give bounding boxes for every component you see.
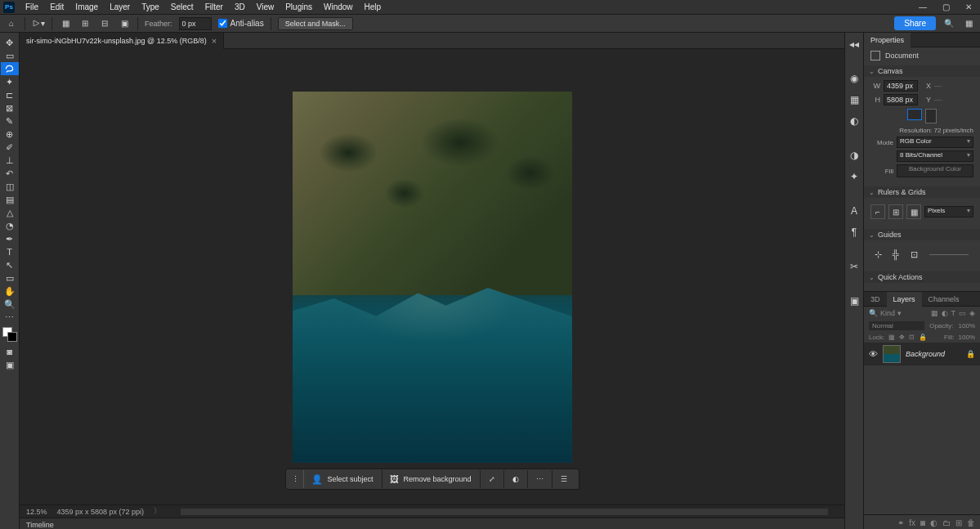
menu-image[interactable]: Image [69,2,104,11]
color-panel-icon[interactable]: ◉ [846,70,862,87]
ctx-properties-icon[interactable]: ☰ [553,470,575,488]
styles-panel-icon[interactable]: ✦ [846,168,862,185]
background-color[interactable] [7,332,17,342]
fill-background-button[interactable]: Background Color [897,164,973,177]
maximize-button[interactable]: ▢ [934,0,957,15]
menu-edit[interactable]: Edit [44,2,69,11]
eraser-tool[interactable]: ◫ [1,180,19,193]
menu-plugins[interactable]: Plugins [280,2,318,11]
stamp-tool[interactable]: ⊥ [1,154,19,167]
menu-type[interactable]: Type [136,2,165,11]
search-icon[interactable]: 🔍 [942,17,955,30]
swatches-panel-icon[interactable]: ▦ [846,92,862,108]
link-layers-icon[interactable]: ⚭ [897,518,904,527]
status-arrow-icon[interactable]: 〉 [154,506,161,517]
landscape-orientation-button[interactable] [925,109,937,123]
history-brush-tool[interactable]: ↶ [1,167,19,180]
gradients-panel-icon[interactable]: ◐ [846,113,862,129]
menu-window[interactable]: Window [318,2,359,11]
more-tools[interactable]: ⋯ [1,311,19,324]
menu-filter[interactable]: Filter [199,2,229,11]
guide-icon-2[interactable]: ╬ [888,247,903,262]
brush-tool[interactable]: ✐ [1,141,19,154]
shape-tool[interactable]: ▭ [1,271,19,285]
path-tool[interactable]: ↖ [1,258,19,271]
lock-icon[interactable]: 🔒 [966,350,975,358]
zoom-level[interactable]: 12.5% [26,508,47,516]
gradient-tool[interactable]: ▤ [1,193,19,206]
feather-input[interactable] [179,17,212,30]
guide-icon-3[interactable]: ⊡ [906,247,921,262]
healing-tool[interactable]: ⊕ [1,128,19,141]
grid-icon[interactable]: ⊞ [888,204,903,219]
rulers-section-header[interactable]: ⌄Rulers & Grids [864,186,980,198]
move-tool[interactable]: ✥ [1,36,19,49]
pen-tool[interactable]: ✒ [1,232,19,245]
hand-tool[interactable]: ✋ [1,285,19,298]
magic-wand-tool[interactable]: ✦ [1,75,19,88]
select-and-mask-button[interactable]: Select and Mask... [278,17,353,30]
share-button[interactable]: Share [894,16,936,30]
blur-tool[interactable]: △ [1,206,19,219]
lock-all-icon[interactable]: 🔒 [919,334,927,341]
menu-view[interactable]: View [251,2,280,11]
3d-tab[interactable]: 3D [864,292,887,307]
canvas-section-header[interactable]: ⌄Canvas [864,65,980,77]
subtract-selection-icon[interactable]: ⊟ [98,17,111,30]
lock-artboard-icon[interactable]: ⊡ [909,334,915,341]
layer-row-background[interactable]: 👁 Background 🔒 [864,343,980,365]
opacity-value[interactable]: 100% [959,322,975,330]
timeline-panel-tab[interactable]: Timeline [20,518,844,529]
tab-close-icon[interactable]: × [212,36,217,46]
properties-tab[interactable]: Properties [864,33,911,47]
filter-adjust-icon[interactable]: ◐ [942,309,948,317]
menu-select[interactable]: Select [165,2,199,11]
intersect-selection-icon[interactable]: ▣ [118,17,131,30]
adjustments-panel-icon[interactable]: ◑ [846,147,862,164]
add-selection-icon[interactable]: ⊞ [78,17,92,30]
delete-layer-icon[interactable]: 🗑 [967,518,975,527]
lock-pixels-icon[interactable]: ▦ [888,334,895,341]
filter-type-icon[interactable]: T [951,309,956,317]
select-subject-button[interactable]: 👤Select subject [303,470,382,488]
new-layer-icon[interactable]: ⊞ [955,518,962,527]
ruler-units-select[interactable]: Pixels [924,206,973,217]
workspace-icon[interactable]: ▦ [962,17,975,30]
expand-panels-icon[interactable]: ◂◂ [846,36,862,52]
document-tab[interactable]: sir-simo-iNGbHU7v22k-unsplash.jpg @ 12.5… [20,33,224,49]
minimize-button[interactable]: ― [911,0,934,15]
lock-position-icon[interactable]: ✥ [899,334,905,341]
document-canvas[interactable] [293,92,572,463]
character-panel-icon[interactable]: A [846,203,862,219]
menu-3d[interactable]: 3D [229,2,251,11]
canvas-viewport[interactable]: ⋮ 👤Select subject 🖼Remove background ⤢ ◐… [20,49,844,504]
dodge-tool[interactable]: ◔ [1,219,19,232]
lasso-tool[interactable] [1,62,19,75]
antialias-checkbox[interactable]: Anti-alias [218,19,264,28]
adjustment-layer-icon[interactable]: ◐ [930,518,937,527]
height-input[interactable] [884,94,918,105]
bit-depth-select[interactable]: 8 Bits/Channel [897,150,973,162]
zoom-tool[interactable]: 🔍 [1,298,19,311]
menu-file[interactable]: File [20,2,44,11]
grid-dense-icon[interactable]: ▦ [906,204,921,219]
type-tool[interactable]: T [1,245,19,258]
group-icon[interactable]: 🗀 [942,518,951,527]
layer-name[interactable]: Background [906,350,961,358]
new-selection-icon[interactable]: ▦ [59,17,72,30]
layer-thumbnail[interactable] [883,345,901,363]
ctx-adjust-icon[interactable]: ◐ [504,470,528,488]
filter-smart-icon[interactable]: ◈ [969,309,975,317]
home-icon[interactable]: ⌂ [5,17,18,30]
tool-preset-icon[interactable]: ▾ [32,17,45,30]
guides-section-header[interactable]: ⌄Guides [864,229,980,240]
ctx-transform-icon[interactable]: ⤢ [481,470,504,488]
actions-panel-icon[interactable]: ✂ [846,258,862,275]
frame-tool[interactable]: ⊠ [1,101,19,114]
blend-mode-select[interactable]: Normal [869,321,924,330]
crop-tool[interactable]: ⊏ [1,88,19,101]
guide-icon-1[interactable]: ⊹ [870,247,885,262]
horizontal-scrollbar[interactable] [181,509,828,515]
ctx-more-icon[interactable]: ⋯ [528,470,553,488]
color-swatches[interactable] [2,327,17,342]
